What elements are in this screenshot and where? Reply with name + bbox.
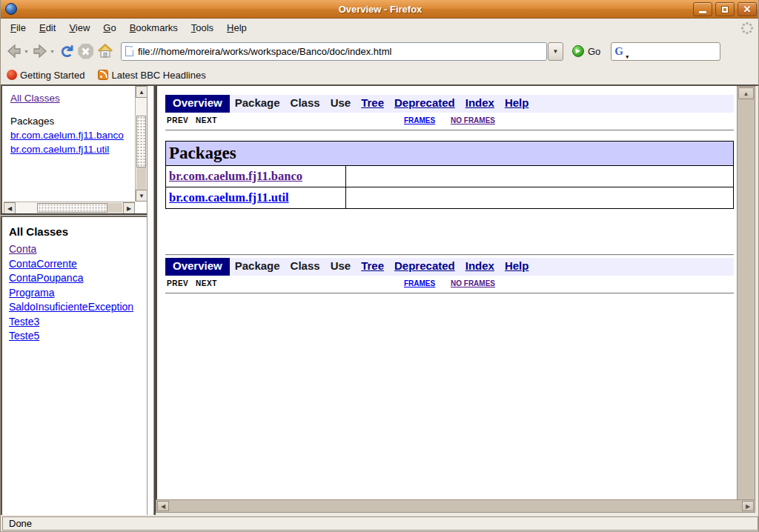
bookmark-label: Getting Started — [20, 70, 84, 81]
package-description-cell — [346, 187, 734, 209]
package-list-frame: All Classes Packages br.com.caelum.fj11.… — [1, 86, 147, 213]
reload-button[interactable]: ↻ — [57, 41, 76, 61]
stop-icon — [78, 44, 93, 59]
package-link-banco[interactable]: br.com.caelum.fj11.banco — [10, 130, 124, 141]
nav-index-link[interactable]: Index — [460, 258, 500, 276]
scroll-left-icon[interactable]: ◀ — [4, 202, 16, 214]
class-link-saldoinsuficienteexception[interactable]: SaldoInsuficienteException — [9, 301, 133, 313]
back-icon — [5, 43, 23, 59]
url-bar[interactable]: file:///home/moreira/works/workspace/Ban… — [121, 42, 547, 61]
packages-table-header: Packages — [166, 142, 734, 166]
go-label: Go — [588, 46, 600, 57]
page-icon — [125, 46, 133, 56]
go-button[interactable]: ▶ Go — [572, 45, 600, 57]
table-link-util[interactable]: br.com.caelum.fj11.util — [169, 190, 289, 205]
nav-tree-link[interactable]: Tree — [356, 258, 389, 276]
nav-class: Class — [285, 95, 325, 113]
class-link-contapoupanca[interactable]: ContaPoupanca — [9, 272, 83, 284]
nav-help-link[interactable]: Help — [500, 95, 534, 113]
stop-button[interactable] — [76, 41, 96, 61]
class-link-programa[interactable]: Programa — [9, 287, 54, 299]
minimize-button[interactable] — [693, 2, 712, 16]
scroll-right-icon[interactable]: ▶ — [742, 501, 754, 511]
frame-scrollbar-strip — [147, 86, 154, 516]
frames-link[interactable]: FRAMES — [404, 279, 435, 287]
class-link-teste3[interactable]: Teste3 — [9, 316, 39, 327]
scrollbar-trough — [136, 167, 146, 190]
status-panel: Done — [2, 516, 758, 531]
bookmarks-toolbar: Getting Started Latest BBC Headlines — [1, 65, 759, 84]
google-icon[interactable]: G — [614, 45, 623, 58]
frame-vertical-scrollbar[interactable]: ▲ ▼ — [135, 86, 147, 202]
close-button[interactable]: ✕ — [738, 2, 757, 16]
menu-view[interactable]: View — [62, 19, 96, 36]
browser-content: All Classes Packages br.com.caelum.fj11.… — [1, 84, 759, 515]
bookmark-bbc-headlines[interactable]: Latest BBC Headlines — [98, 70, 205, 81]
overview-frame: Overview Package Class Use Tree Deprecat… — [157, 86, 737, 499]
no-frames-link[interactable]: NO FRAMES — [451, 279, 495, 287]
back-dropdown-icon[interactable]: ▼ — [24, 49, 29, 54]
package-link-util[interactable]: br.com.caelum.fj11.util — [10, 144, 109, 155]
back-button[interactable]: ▼ — [5, 43, 29, 59]
home-button[interactable] — [96, 41, 115, 61]
javadoc-subnav-top: PREV NEXT FRAMES NO FRAMES — [165, 113, 734, 127]
url-text[interactable]: file:///home/moreira/works/workspace/Ban… — [138, 46, 391, 57]
nav-overview: Overview — [165, 95, 230, 113]
nav-package: Package — [230, 95, 285, 113]
window-titlebar: Overview - Firefox ✕ — [1, 0, 759, 19]
scrollbar-thumb[interactable] — [136, 116, 146, 167]
rule — [165, 254, 734, 256]
menu-go[interactable]: Go — [96, 19, 122, 36]
all-classes-link[interactable]: All Classes — [10, 93, 60, 104]
class-link-conta[interactable]: Conta — [9, 243, 36, 255]
maximize-button[interactable] — [715, 2, 735, 16]
class-link-contacorrente[interactable]: ContaCorrente — [9, 258, 77, 270]
minimize-icon — [699, 11, 706, 13]
url-history-dropdown[interactable]: ▼ — [548, 42, 563, 61]
maximize-icon — [722, 7, 728, 13]
status-text: Done — [9, 518, 32, 529]
no-frames-link[interactable]: NO FRAMES — [451, 116, 495, 124]
throbber-icon — [740, 21, 754, 38]
main-horizontal-scrollbar[interactable]: ◀ ▶ — [156, 499, 755, 513]
nav-index-link[interactable]: Index — [460, 95, 500, 113]
scroll-up-icon[interactable]: ▲ — [738, 87, 754, 99]
scroll-right-icon[interactable]: ▶ — [123, 202, 135, 214]
menu-file[interactable]: File — [4, 19, 33, 36]
scroll-left-icon[interactable]: ◀ — [157, 501, 169, 511]
menu-tools[interactable]: Tools — [185, 19, 220, 36]
forward-dropdown-icon[interactable]: ▼ — [50, 49, 55, 54]
nav-overview: Overview — [165, 258, 230, 276]
bookmark-label: Latest BBC Headlines — [111, 70, 205, 81]
class-link-teste5[interactable]: Teste5 — [9, 330, 39, 342]
table-link-banco[interactable]: br.com.caelum.fj11.banco — [169, 169, 302, 183]
scrollbar-thumb[interactable] — [37, 203, 107, 213]
forward-icon — [31, 43, 49, 59]
nav-deprecated-link[interactable]: Deprecated — [389, 95, 460, 113]
scroll-up-icon[interactable]: ▲ — [136, 86, 148, 98]
nav-use: Use — [325, 95, 357, 113]
go-icon: ▶ — [572, 45, 584, 57]
nav-deprecated-link[interactable]: Deprecated — [389, 258, 460, 276]
javadoc-subnav-bottom: PREV NEXT FRAMES NO FRAMES — [165, 276, 734, 290]
frames-link[interactable]: FRAMES — [404, 116, 435, 124]
content-right-gap — [755, 86, 759, 516]
reload-icon: ↻ — [58, 44, 75, 58]
menu-help[interactable]: Help — [220, 19, 253, 36]
window-title: Overview - Firefox — [1, 4, 759, 15]
firefox-bookmark-icon — [7, 70, 17, 80]
main-vertical-scrollbar[interactable]: ▲ ▼ — [737, 86, 755, 513]
forward-button[interactable]: ▼ — [31, 43, 55, 59]
search-input[interactable]: G — [611, 42, 720, 61]
nav-tree-link[interactable]: Tree — [356, 95, 389, 113]
nav-class: Class — [285, 258, 325, 276]
scroll-down-icon[interactable]: ▼ — [136, 190, 148, 202]
nav-help-link[interactable]: Help — [500, 258, 534, 276]
rule — [165, 293, 734, 294]
menu-bookmarks[interactable]: Bookmarks — [123, 19, 185, 36]
bookmark-getting-started[interactable]: Getting Started — [7, 70, 84, 81]
menu-edit[interactable]: Edit — [33, 19, 62, 36]
packages-label: Packages — [10, 116, 135, 127]
scrollbar-trough — [107, 203, 122, 213]
frame-horizontal-scrollbar[interactable]: ◀ ▶ — [4, 202, 135, 213]
